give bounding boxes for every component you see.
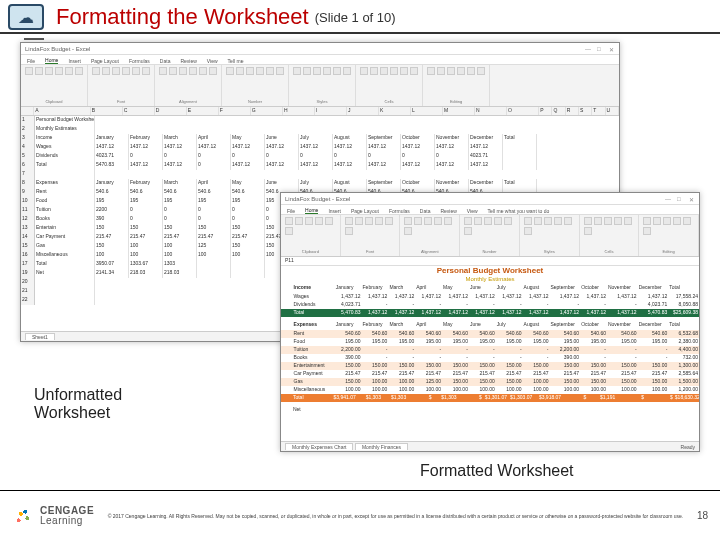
- cell[interactable]: 5,470.83: [335, 309, 362, 317]
- cell[interactable]: 215.47: [362, 370, 389, 378]
- cell[interactable]: Personal Budget Worksheet: [35, 116, 95, 125]
- cell[interactable]: 1437.12: [197, 143, 231, 152]
- ribbon-tab[interactable]: Insert: [68, 58, 81, 64]
- cell[interactable]: 1,437.12: [415, 293, 442, 301]
- ribbon-button-icon[interactable]: [159, 67, 167, 75]
- cell[interactable]: 215.47: [607, 370, 638, 378]
- cell[interactable]: October: [580, 284, 607, 293]
- cell[interactable]: 0: [163, 206, 197, 215]
- table-row[interactable]: Total$3,941.07$1,303$1,303$$1,303$$1,301…: [281, 394, 699, 402]
- cell[interactable]: 5,470.83: [638, 309, 669, 317]
- cell[interactable]: 195.00: [496, 338, 523, 346]
- cell[interactable]: June: [265, 134, 299, 143]
- table-row[interactable]: Entertainment150.00150.00150.00150.00150…: [281, 362, 699, 370]
- cell[interactable]: -: [415, 354, 442, 362]
- cell[interactable]: 195.00: [362, 338, 389, 346]
- cell[interactable]: 17,558.24: [668, 293, 699, 301]
- cell[interactable]: February: [362, 284, 389, 293]
- cell[interactable]: 100: [95, 251, 129, 260]
- cell[interactable]: 195.00: [638, 338, 669, 346]
- cell[interactable]: -: [580, 301, 607, 309]
- ribbon-button-icon[interactable]: [457, 67, 465, 75]
- row-header[interactable]: 6: [21, 161, 35, 170]
- cell[interactable]: 1,437.12: [523, 293, 550, 301]
- cell[interactable]: [357, 406, 382, 414]
- cell[interactable]: 218.03: [163, 269, 197, 278]
- cell[interactable]: 1,437.12: [388, 293, 415, 301]
- table-row[interactable]: Net: [281, 406, 699, 414]
- table-row[interactable]: 5Dividends4023.7100000000004023.71: [21, 152, 619, 161]
- cell[interactable]: [645, 406, 674, 414]
- cell[interactable]: -: [496, 346, 523, 354]
- row-label[interactable]: Gas: [293, 378, 335, 386]
- row-header[interactable]: 21: [21, 287, 35, 296]
- column-header[interactable]: U: [606, 107, 619, 115]
- row-header[interactable]: 15: [21, 242, 35, 251]
- cell[interactable]: Gas: [35, 242, 95, 251]
- ribbon-button-icon[interactable]: [404, 227, 412, 235]
- cell[interactable]: September: [367, 179, 401, 188]
- ribbon-button-icon[interactable]: [276, 67, 284, 75]
- cell[interactable]: 150.00: [362, 362, 389, 370]
- cell[interactable]: 100.00: [388, 378, 415, 386]
- cell[interactable]: 0: [435, 152, 469, 161]
- cell[interactable]: $1,303: [432, 394, 457, 402]
- ribbon-tab[interactable]: Insert: [328, 208, 341, 214]
- cell[interactable]: 732.00: [668, 354, 699, 362]
- ribbon-button-icon[interactable]: [447, 67, 455, 75]
- ribbon-button-icon[interactable]: [355, 217, 363, 225]
- cell[interactable]: 5470.83: [95, 161, 129, 170]
- cell[interactable]: -: [362, 301, 389, 309]
- cell[interactable]: 1437.12: [333, 161, 367, 170]
- cell[interactable]: 1,437.12: [388, 309, 415, 317]
- cell[interactable]: 215.47: [638, 370, 669, 378]
- cell[interactable]: Car Payment: [35, 233, 95, 242]
- cell[interactable]: 150: [231, 242, 265, 251]
- ribbon-button-icon[interactable]: [122, 67, 130, 75]
- cell[interactable]: [562, 406, 587, 414]
- cell[interactable]: $1,191: [587, 394, 616, 402]
- cell[interactable]: [533, 406, 562, 414]
- cell[interactable]: August: [333, 134, 367, 143]
- cell[interactable]: 540.60: [638, 330, 669, 338]
- cell[interactable]: 1437.12: [129, 161, 163, 170]
- formula-bar[interactable]: P11: [281, 257, 699, 266]
- table-row[interactable]: Total5,470.831,437.121,437.121,437.121,4…: [281, 309, 699, 317]
- ribbon-button-icon[interactable]: [484, 217, 492, 225]
- ribbon-button-icon[interactable]: [643, 217, 651, 225]
- maximize-icon[interactable]: □: [677, 196, 683, 202]
- cell[interactable]: 0: [197, 152, 231, 161]
- table-row[interactable]: 4Wages1437.121437.121437.121437.121437.1…: [21, 143, 619, 152]
- column-header[interactable]: [21, 107, 34, 115]
- cell[interactable]: 1,437.12: [549, 293, 580, 301]
- row-label[interactable]: Total: [292, 394, 332, 402]
- cell[interactable]: May: [231, 179, 265, 188]
- cell[interactable]: 1,437.12: [362, 309, 389, 317]
- row-label[interactable]: Total: [293, 309, 335, 317]
- ribbon-button-icon[interactable]: [477, 67, 485, 75]
- column-header[interactable]: A: [34, 107, 90, 115]
- cell[interactable]: 1,437.12: [549, 309, 580, 317]
- cell[interactable]: 1437.12: [231, 161, 265, 170]
- cell[interactable]: April: [197, 179, 231, 188]
- table-row[interactable]: 8ExpensesJanuaryFebruaryMarchAprilMayJun…: [21, 179, 619, 188]
- ribbon-button-icon[interactable]: [375, 217, 383, 225]
- ribbon-button-icon[interactable]: [385, 217, 393, 225]
- cell[interactable]: January: [95, 179, 129, 188]
- ribbon-button-icon[interactable]: [365, 217, 373, 225]
- cell[interactable]: 195.00: [335, 338, 362, 346]
- cell[interactable]: $3,941.07: [331, 394, 356, 402]
- cell[interactable]: 540.60: [580, 330, 607, 338]
- ribbon-button-icon[interactable]: [360, 67, 368, 75]
- cell[interactable]: 540.60: [335, 330, 362, 338]
- column-header[interactable]: Q: [552, 107, 565, 115]
- cell[interactable]: 0: [129, 206, 163, 215]
- ribbon-button-icon[interactable]: [226, 67, 234, 75]
- cell[interactable]: [197, 260, 231, 269]
- cell[interactable]: 390: [95, 215, 129, 224]
- cell[interactable]: [503, 143, 537, 152]
- column-header[interactable]: O: [507, 107, 539, 115]
- cell[interactable]: 215.47: [335, 370, 362, 378]
- cell[interactable]: January: [335, 321, 362, 330]
- cell[interactable]: 1,437.12: [607, 293, 638, 301]
